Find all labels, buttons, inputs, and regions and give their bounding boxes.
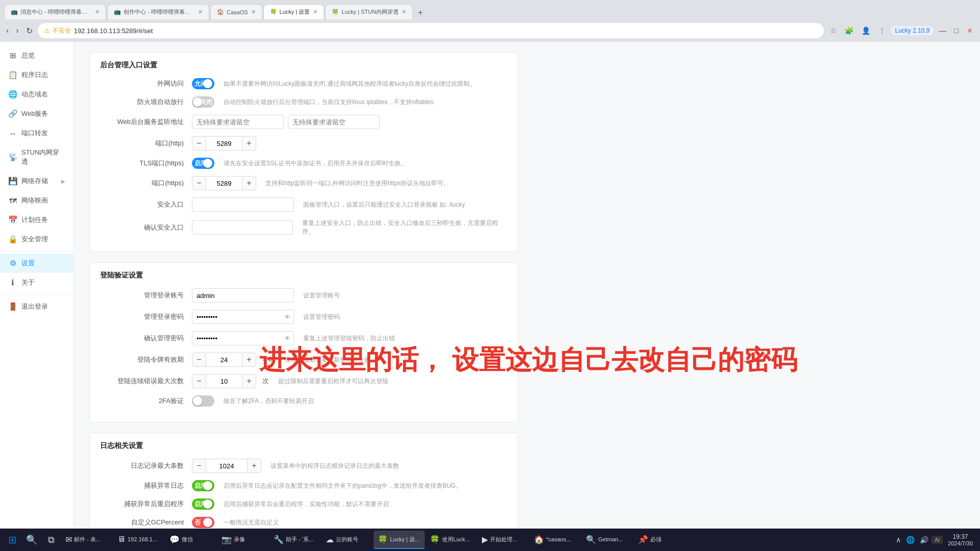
tab-casaos[interactable]: 🏠 CasaOS ✕ xyxy=(210,4,262,19)
sidebar-item-security[interactable]: 🔒 安全管理 xyxy=(0,230,74,249)
tray-arrow-icon[interactable]: ∧ xyxy=(894,534,903,546)
tab-close-2[interactable]: ✕ xyxy=(198,9,203,15)
sidebar-item-logs[interactable]: 📋 程序日志 xyxy=(0,65,74,85)
sidebar-item-port-forward[interactable]: ↔ 端口转发 xyxy=(0,123,74,143)
token-expiry-input[interactable] xyxy=(206,353,242,367)
sidebar-item-stun[interactable]: 📡 STUN内网穿透 xyxy=(0,143,74,171)
forward-button[interactable]: › xyxy=(14,24,20,37)
address-input[interactable] xyxy=(74,23,818,38)
sidebar-item-schedule[interactable]: 📅 计划任务 xyxy=(0,210,74,230)
start-button[interactable]: ⊞ xyxy=(3,531,21,549)
overview-icon: ⊞ xyxy=(8,51,17,60)
address-bar: ‹ › ↻ ⚠ 不安全 ☆ 🧩 👤 ⋮ Lucky 2.10.9 — □ ✕ xyxy=(0,19,980,42)
max-log-increment[interactable]: + xyxy=(247,459,261,473)
taskbar-app-recorder[interactable]: 📷 录像 xyxy=(217,531,268,549)
close-button[interactable]: ✕ xyxy=(964,24,976,37)
firewall-auto-toggle[interactable]: 关闭 xyxy=(192,96,214,108)
confirm-password-input[interactable] xyxy=(192,331,294,345)
sidebar-item-web[interactable]: 🔗 Web服务 xyxy=(0,104,74,123)
max-errors-decrement[interactable]: − xyxy=(192,374,206,388)
security-icon: ⚠ xyxy=(44,27,50,34)
web-monitor-input-2[interactable] xyxy=(288,115,380,129)
port-http-decrement[interactable]: − xyxy=(192,136,206,151)
web-monitor-input-1[interactable] xyxy=(192,115,284,129)
max-errors-hint: 超过限制后需要重启程序才可以再次登陆 xyxy=(278,377,388,386)
taskbar-app-mail[interactable]: ✉ 邮件 - 表... xyxy=(61,531,112,549)
sidebar-item-overview[interactable]: ⊞ 总览 xyxy=(0,46,74,65)
capture-abnormal-toggle[interactable]: 启用 xyxy=(192,480,214,491)
new-tab-button[interactable]: + xyxy=(414,6,427,19)
max-log-input[interactable] xyxy=(206,459,247,473)
ai-badge[interactable]: Ai xyxy=(932,536,943,544)
token-expiry-label: 登陆令牌有效期 xyxy=(100,355,192,364)
taskbar-app-must[interactable]: 📌 必须 xyxy=(634,531,685,549)
tab-close-1[interactable]: ✕ xyxy=(95,9,100,15)
minimize-button[interactable]: — xyxy=(936,24,949,37)
sidebar-item-logout[interactable]: 🚪 退出登录 xyxy=(0,297,74,316)
external-access-toggle[interactable]: 允许 xyxy=(192,78,214,89)
tab-close-5[interactable]: ✕ xyxy=(402,9,406,15)
sidebar-item-settings[interactable]: ⚙ 设置 xyxy=(0,254,74,273)
confirm-secure-entry-input[interactable] xyxy=(192,220,293,235)
port-https-input[interactable] xyxy=(206,176,242,190)
reload-button[interactable]: ↻ xyxy=(24,24,35,38)
taskbar-app-assistant[interactable]: 🔧 助手 - '系... xyxy=(270,531,321,549)
admin-account-input[interactable] xyxy=(192,288,294,303)
tls-port-toggle[interactable]: 启用 xyxy=(192,158,214,169)
tab-lucky-settings[interactable]: 🍀 Lucky | 设置 ✕ xyxy=(263,4,325,19)
port-https-increment[interactable]: + xyxy=(242,176,256,190)
sidebar-label-logout: 退出登录 xyxy=(21,302,48,311)
back-button[interactable]: ‹ xyxy=(4,24,11,37)
token-expiry-increment[interactable]: + xyxy=(242,353,256,367)
capture-abnormal-row: 捕获异常日志 启用 启用后异常日志会记录在配置文件相同文件夹下的paniclog… xyxy=(100,480,507,491)
max-errors-increment[interactable]: + xyxy=(242,374,256,388)
taskbar-app-casaos[interactable]: 🏠 *casaos... xyxy=(530,531,581,549)
bookmark-button[interactable]: ☆ xyxy=(827,24,840,37)
tab-lucky-stun[interactable]: 🍀 Lucky | STUN内网穿透 ✕ xyxy=(325,4,413,19)
capture-restart-toggle[interactable]: 启用 xyxy=(192,498,214,510)
secure-entry-input[interactable] xyxy=(192,197,294,212)
task-view-button[interactable]: ⧉ xyxy=(42,531,60,549)
account-button[interactable]: 👤 xyxy=(859,24,873,37)
recorder-app-label: 录像 xyxy=(234,536,245,543)
maximize-button[interactable]: □ xyxy=(951,24,962,37)
tab-close-4[interactable]: ✕ xyxy=(313,9,317,15)
password-eye-icon[interactable]: 👁 xyxy=(284,313,291,321)
search-taskbar-button[interactable]: 🔍 xyxy=(22,531,41,549)
sidebar-label-schedule: 计划任务 xyxy=(21,215,48,224)
taskbar-app-wechat[interactable]: 💬 微信 xyxy=(165,531,216,549)
max-errors-input[interactable] xyxy=(206,374,242,388)
start-process-app-label: 开始处理... xyxy=(490,536,517,543)
tab-bilibili-messages[interactable]: 📺 消息中心 - 哔哩哔哩弹幕视频网 ✕ xyxy=(4,4,106,19)
settings-button[interactable]: ⋮ xyxy=(875,24,889,37)
taskbar-app-192[interactable]: 🖥 192.168.1... xyxy=(113,531,164,549)
extensions-button[interactable]: 🧩 xyxy=(842,24,856,37)
confirm-password-eye-icon[interactable]: 👁 xyxy=(284,335,291,342)
twofa-toggle[interactable] xyxy=(192,395,214,407)
tray-time[interactable]: 19:37 2024/7/30 xyxy=(944,531,977,548)
tray-volume-icon[interactable]: 🔊 xyxy=(918,534,930,546)
max-log-group: − + xyxy=(192,459,261,473)
sidebar-item-network-storage[interactable]: 💾 网络存储 ▶ xyxy=(0,171,74,191)
tab-bilibili-creator[interactable]: 📺 创作中心 - 哔哩哔哩弹幕视频网 ✕ xyxy=(107,4,209,19)
port-http-input[interactable] xyxy=(206,136,242,151)
admin-password-input[interactable] xyxy=(192,310,294,324)
port-https-decrement[interactable]: − xyxy=(192,176,206,190)
tray-network-icon[interactable]: 🌐 xyxy=(904,534,917,546)
sidebar-item-network-map[interactable]: 🗺 网络映画 xyxy=(0,191,74,210)
token-expiry-decrement[interactable]: − xyxy=(192,353,206,367)
backend-section-title: 后台管理入口设置 xyxy=(100,61,507,70)
taskbar-app-start-process[interactable]: ▶ 开始处理... xyxy=(478,531,529,549)
port-http-label: 端口(http) xyxy=(100,139,192,148)
tab-close-3[interactable]: ✕ xyxy=(251,9,256,15)
custom-gc-toggle[interactable]: 否 xyxy=(192,517,214,528)
port-http-increment[interactable]: + xyxy=(242,136,256,151)
max-log-decrement[interactable]: − xyxy=(192,459,206,473)
sidebar-item-about[interactable]: ℹ 关于 xyxy=(0,273,74,292)
security-mgmt-icon: 🔒 xyxy=(8,235,17,244)
taskbar-app-lucky-use[interactable]: 🍀 使用Luck... xyxy=(426,531,477,549)
taskbar-app-lucky-settings[interactable]: 🍀 Lucky | 设... xyxy=(374,531,425,549)
taskbar-app-cloud[interactable]: ☁ 云的账号 xyxy=(322,531,373,549)
taskbar-app-getman[interactable]: 🔍 Getman... xyxy=(582,531,633,549)
sidebar-item-ddns[interactable]: 🌐 动态域名 xyxy=(0,85,74,104)
